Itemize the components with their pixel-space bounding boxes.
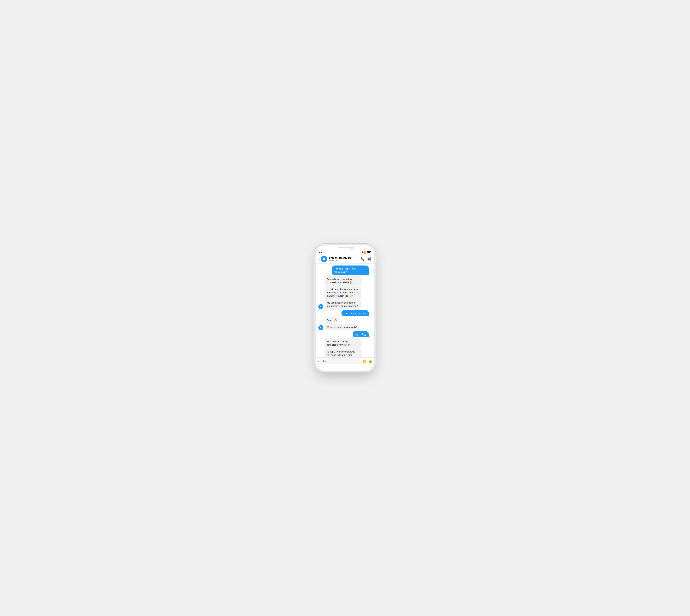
message-row: Psychology ✓	[318, 331, 372, 337]
bot-bubble: Super! 🔥	[324, 317, 339, 323]
bot-bubble: To apply for this scholarship you need t…	[324, 349, 362, 357]
message-row: How can I apply for a scholarship? ✓	[318, 265, 372, 275]
header-info: Student Buddy Bot Messenger	[329, 256, 361, 262]
message-row: Currently, we have a few scholarships av…	[318, 276, 372, 286]
chat-input-bar: › 😊 👍	[316, 357, 374, 365]
message-row: b Are you already a student of our unive…	[318, 300, 372, 309]
message-check-icon: ✓	[370, 313, 372, 316]
bot-avatar: b	[321, 256, 327, 262]
bot-subtitle: Messenger	[329, 259, 361, 262]
home-bar	[335, 368, 355, 368]
message-check-icon: ✓	[370, 272, 372, 275]
bot-message-group: Currently, we have a few scholarships av…	[318, 276, 372, 309]
call-button[interactable]: 📞	[361, 257, 365, 261]
home-indicator	[316, 365, 374, 371]
bot-bubble: Which program do you study?	[324, 324, 360, 330]
message-text: Which program do you study?	[327, 326, 357, 328]
user-bubble: Psychology	[352, 331, 369, 337]
wifi-icon: 📶	[364, 251, 366, 254]
message-check-icon: ✓	[370, 335, 372, 337]
phone-device: 9:41 📶 ‹ b Student Buddy Bo	[316, 245, 374, 371]
expand-button[interactable]: ›	[318, 360, 319, 363]
message-row: b Which program do you study?	[318, 324, 372, 330]
notch-pill	[338, 247, 352, 248]
emoji-button[interactable]: 😊	[363, 359, 367, 364]
message-text: We have a matching scholarship for you! …	[327, 340, 350, 346]
chat-body: How can I apply for a scholarship? ✓ Cur…	[316, 264, 374, 357]
message-row: To help you choose the a best-matching s…	[318, 286, 372, 299]
video-button[interactable]: 📹	[367, 257, 371, 261]
chat-header: ‹ b Student Buddy Bot Messenger 📞 📹	[316, 255, 374, 264]
phone-notch	[333, 245, 357, 250]
message-text: Psychology	[355, 333, 367, 335]
message-text: To help you choose the a best-matching s…	[327, 288, 358, 297]
bot-bubble: To help you choose the a best-matching s…	[324, 286, 362, 299]
bot-bubble: Currently, we have a few scholarships av…	[324, 276, 362, 286]
bot-message-group: We have a matching scholarship for you! …	[318, 338, 372, 357]
message-text: To apply for this scholarship you need t…	[327, 350, 359, 357]
bot-avatar-small: b	[318, 325, 323, 330]
battery-icon	[367, 251, 371, 253]
bot-bubble: Are you already a student of our univers…	[324, 300, 362, 309]
status-icons: 📶	[360, 251, 371, 254]
user-bubble: How can I apply for a scholarship?	[332, 265, 369, 275]
message-text: Currently, we have a few scholarships av…	[327, 278, 353, 284]
message-row: We have a matching scholarship for you! …	[318, 338, 372, 348]
message-row: b To apply for this scholarship you need…	[318, 349, 372, 357]
notch-camera	[351, 247, 353, 249]
signal-icon	[360, 251, 363, 253]
bot-avatar-small: b	[318, 304, 323, 309]
header-actions: 📞 📹	[361, 257, 371, 261]
message-text: How can I apply for a scholarship?	[334, 267, 355, 273]
message-text: Super! 🔥	[327, 319, 337, 322]
user-bubble: I am already a student	[342, 310, 369, 316]
phone-wrapper: 9:41 📶 ‹ b Student Buddy Bo	[0, 239, 690, 377]
back-button[interactable]: ‹	[319, 257, 320, 261]
message-text: Are you already a student of our univers…	[327, 301, 358, 307]
message-row: I am already a student ✓	[318, 310, 372, 316]
like-button[interactable]: 👍	[368, 359, 372, 364]
message-row: Super! 🔥	[318, 317, 372, 323]
bot-bubble: We have a matching scholarship for you! …	[324, 338, 362, 348]
bot-name: Student Buddy Bot	[329, 256, 361, 259]
status-time: 9:41	[319, 251, 324, 254]
message-input[interactable]	[320, 359, 361, 364]
message-text: I am already a student	[344, 312, 366, 314]
